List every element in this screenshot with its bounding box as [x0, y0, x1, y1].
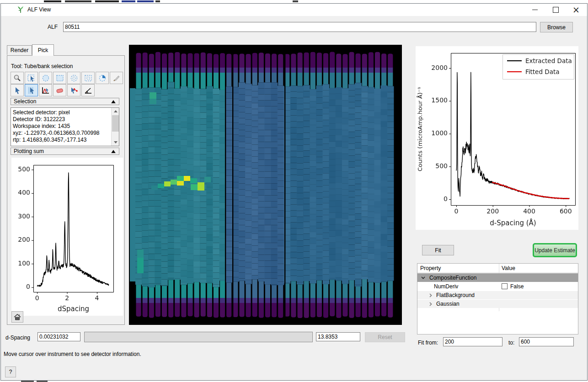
scroll-up-icon[interactable] — [112, 108, 119, 115]
cursor-icon — [13, 86, 22, 95]
instrument-view[interactable] — [129, 45, 402, 325]
select-peak-tool[interactable] — [67, 84, 80, 96]
alf-view-window: ALF View × ALF Browse Render Pick Tool: … — [0, 3, 588, 381]
chevron-right-icon[interactable] — [428, 302, 433, 306]
fit-from-input[interactable] — [443, 337, 502, 346]
composite-function-label: CompositeFunction — [429, 275, 476, 281]
draw-ring-rectangle-tool[interactable] — [81, 72, 95, 84]
tool-label: Tool: Tube/bank selection — [11, 63, 73, 69]
update-estimate-button[interactable]: Update Estimate — [533, 243, 577, 257]
selection-info-box[interactable]: Selected detector: pixel Detector ID: 31… — [11, 107, 119, 146]
status-text: Move cursor over instrument to see detec… — [4, 351, 141, 357]
desktop-peek — [0, 0, 588, 3]
to-label: to: — [508, 340, 514, 346]
table-header-row: Property Value — [417, 264, 578, 273]
plot-home-button[interactable] — [11, 311, 23, 323]
flatbackground-label: FlatBackground — [436, 292, 475, 298]
draw-sector-tool[interactable] — [96, 72, 109, 84]
table-row-flatbackground[interactable]: FlatBackground — [417, 291, 578, 299]
pick-toolbar-row1 — [11, 72, 123, 84]
sector-icon — [98, 74, 107, 82]
plotting-header[interactable]: Plotting sum — [11, 148, 119, 155]
pencil-icon — [112, 74, 121, 82]
chevron-down-icon[interactable] — [421, 276, 425, 280]
minimize-button[interactable] — [528, 4, 542, 15]
fit-from-label: Fit from: — [418, 340, 438, 346]
add-peak-tool[interactable] — [39, 84, 52, 96]
close-button[interactable]: × — [569, 4, 583, 15]
rectangle-icon — [55, 74, 64, 82]
pick-panel: Tool: Tube/bank selection — [7, 55, 125, 325]
selection-info-line: Selected detector: pixel — [13, 109, 117, 116]
zoom-icon — [13, 74, 22, 82]
scrollbar[interactable] — [111, 108, 119, 146]
edit-shape-icon — [27, 74, 36, 82]
scroll-thumb[interactable] — [112, 115, 119, 132]
selection-header-label: Selection — [14, 98, 36, 105]
table-row-compositefunction[interactable]: CompositeFunction — [417, 273, 578, 282]
draw-ellipse-tool[interactable] — [39, 72, 52, 84]
numderiv-label: NumDeriv — [434, 283, 458, 290]
pick-toolbar-row2: θ — [11, 84, 95, 96]
browse-button[interactable]: Browse — [540, 22, 573, 32]
fit-plot — [416, 46, 578, 230]
dspacing-min-input[interactable] — [37, 332, 80, 341]
gaussian-label: Gaussian — [436, 301, 460, 307]
scroll-down-icon[interactable] — [112, 139, 119, 146]
eraser-icon — [55, 86, 64, 95]
home-icon — [14, 314, 21, 320]
fit-to-input[interactable] — [519, 337, 574, 346]
selection-info-line: xyz: -1.22973,-0.0613663,0.700998 — [13, 130, 117, 137]
erase-peak-tool[interactable] — [53, 84, 66, 96]
app-icon — [16, 5, 25, 14]
table-row-gaussian[interactable]: Gaussian — [417, 299, 578, 308]
sum-plot — [11, 158, 123, 316]
fit-button[interactable]: Fit — [422, 245, 454, 255]
run-number-input[interactable] — [63, 22, 536, 32]
reset-button[interactable]: Reset — [365, 332, 405, 342]
dspacing-max-input[interactable] — [316, 332, 360, 341]
selection-info-line: Workspace index: 1435 — [13, 123, 117, 130]
collapse-plotting-icon[interactable] — [111, 149, 116, 153]
update-estimate-label: Update Estimate — [535, 247, 575, 254]
table-row-numderiv[interactable]: NumDeriv False — [417, 282, 578, 291]
plotting-header-label: Plotting sum — [14, 148, 44, 154]
screen: { "window": { "title": "ALF View" }, "ru… — [0, 0, 588, 382]
maximize-button[interactable] — [548, 4, 563, 15]
selection-header[interactable]: Selection — [11, 98, 119, 105]
draw-ring-ellipse-tool[interactable] — [67, 72, 80, 84]
tab-render[interactable]: Render — [7, 45, 32, 55]
dspacing-slider[interactable] — [84, 332, 313, 342]
angle-icon: θ — [84, 86, 93, 95]
property-header: Property — [420, 265, 441, 271]
ring-ellipse-icon — [69, 74, 79, 82]
window-title: ALF View — [27, 6, 51, 13]
numderiv-checkbox[interactable] — [502, 283, 508, 289]
title-bar[interactable]: ALF View × — [1, 4, 587, 16]
zoom-tool[interactable] — [11, 72, 24, 84]
value-header: Value — [502, 265, 515, 271]
tube-cursor-icon — [27, 86, 36, 95]
ring-rectangle-icon — [84, 74, 93, 82]
dspacing-label: d-Spacing — [5, 334, 30, 341]
numderiv-value: False — [510, 283, 524, 290]
select-tube-tool[interactable] — [25, 84, 38, 96]
collapse-selection-icon[interactable] — [111, 100, 116, 103]
run-label: ALF — [48, 24, 58, 30]
selection-info-line: rtp: 1.41683,60.3457,-177.143 — [13, 137, 117, 143]
help-button[interactable]: ? — [5, 366, 16, 377]
fit-property-table: Property Value CompositeFunction NumDeri… — [417, 263, 578, 334]
edit-shape-tool[interactable] — [25, 72, 38, 84]
add-peak-icon — [41, 86, 50, 95]
ellipse-icon — [41, 74, 50, 82]
select-pixel-tool[interactable] — [11, 84, 24, 96]
draw-free-tool[interactable] — [110, 72, 123, 84]
chevron-right-icon[interactable] — [428, 293, 433, 297]
selection-info-line: Detector ID: 3122223 — [13, 116, 117, 123]
tab-pick[interactable]: Pick — [32, 44, 54, 56]
measure-angle-tool[interactable]: θ — [81, 84, 95, 96]
select-peak-icon — [69, 86, 79, 95]
draw-rectangle-tool[interactable] — [53, 72, 66, 84]
